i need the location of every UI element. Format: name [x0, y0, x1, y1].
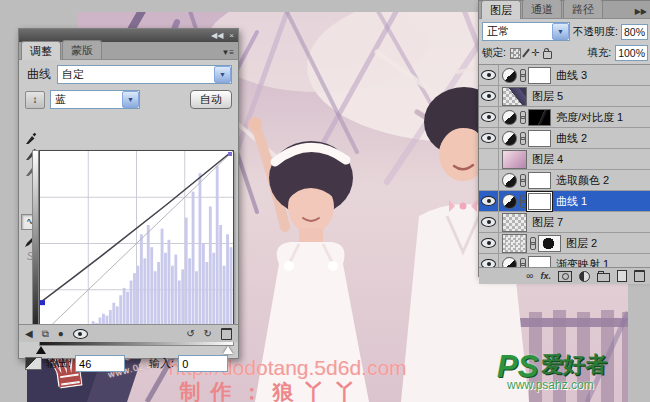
delete-adjustment-icon[interactable] [221, 328, 232, 340]
visibility-toggle[interactable] [479, 149, 499, 169]
layer-row[interactable]: 选取颜色 2 [479, 170, 650, 191]
output-input-row: 输出: 输入: [25, 355, 232, 372]
visibility-toggle[interactable] [479, 107, 499, 127]
fill-field[interactable]: 100% [615, 45, 648, 61]
blend-mode-dropdown[interactable]: 正常 ▼ [482, 22, 570, 41]
layer-row[interactable]: 渐变映射 1 [479, 254, 650, 267]
layer-row[interactable]: 图层 4 [479, 149, 650, 170]
layer-thumbnail[interactable] [502, 234, 527, 253]
eye-icon [481, 133, 496, 143]
tab-channels[interactable]: 通道 [522, 0, 562, 18]
expanded-view-icon[interactable]: ⧉ [42, 329, 49, 339]
visibility-toggle[interactable] [479, 65, 499, 85]
collapse-panel-icon[interactable]: ◀◀ [211, 32, 223, 40]
layer-thumbnail[interactable] [502, 87, 527, 106]
layer-name[interactable]: 曲线 3 [556, 68, 587, 83]
histogram-toggle-icon[interactable] [25, 357, 42, 370]
input-field[interactable] [178, 355, 228, 372]
panel-menu-icon[interactable]: ▼≡ [221, 48, 238, 59]
layer-name[interactable]: 图层 4 [532, 152, 563, 167]
close-panel-icon[interactable]: × [229, 32, 234, 40]
lock-row: 锁定: ✛ 填充: 100% [479, 43, 650, 65]
chevron-down-icon[interactable]: ▼ [122, 91, 139, 108]
new-adjustment-layer-icon[interactable] [579, 271, 590, 282]
toggle-visibility-icon[interactable] [73, 329, 88, 339]
layer-thumbnail[interactable] [502, 150, 527, 169]
lock-pixels-icon[interactable] [522, 48, 530, 57]
visibility-toggle[interactable] [479, 170, 499, 190]
layer-row[interactable]: 亮度/对比度 1 [479, 107, 650, 128]
curves-grid[interactable] [39, 150, 234, 337]
targeted-adjustment-tool[interactable]: ↕ [25, 91, 45, 109]
adjustment-layer-icon [502, 173, 517, 188]
layer-name[interactable]: 图层 5 [532, 89, 563, 104]
psahz-logo-cn: 爱好者 [541, 350, 607, 380]
link-mask-icon [529, 237, 536, 249]
lock-position-icon[interactable]: ✛ [531, 48, 539, 58]
adjustment-layer-icon [502, 68, 517, 83]
visibility-toggle[interactable] [479, 128, 499, 148]
visibility-toggle[interactable] [479, 233, 499, 253]
link-mask-icon [519, 258, 526, 267]
adjustment-layer-icon [502, 194, 517, 209]
curves-preset-dropdown[interactable]: 自定 ▼ [57, 65, 232, 84]
layer-row[interactable]: 曲线 3 [479, 65, 650, 86]
new-group-icon[interactable] [597, 273, 610, 282]
visibility-toggle[interactable] [479, 212, 499, 232]
chevron-down-icon[interactable]: ▼ [214, 66, 231, 83]
layer-name[interactable]: 图层 2 [566, 236, 597, 251]
layer-mask-thumbnail[interactable] [528, 130, 551, 147]
layer-name[interactable]: 图层 7 [532, 215, 563, 230]
opacity-label: 不透明度: [573, 25, 618, 39]
channel-dropdown[interactable]: 蓝 ▼ [50, 90, 140, 109]
layer-row[interactable]: 图层 7 [479, 212, 650, 233]
tab-layers[interactable]: 图层 [481, 0, 521, 19]
layer-mask-thumbnail[interactable] [528, 109, 551, 126]
black-point-eyedropper-icon[interactable] [24, 132, 37, 145]
tab-paths[interactable]: 路径 [563, 0, 603, 18]
layer-row[interactable]: 图层 2 [479, 233, 650, 254]
link-layers-icon[interactable]: ∞ [526, 271, 533, 281]
view-previous-state-icon[interactable]: ↺ [186, 329, 194, 339]
return-arrow-icon[interactable]: ◀ [25, 329, 33, 339]
visibility-toggle[interactable] [479, 86, 499, 106]
opacity-field[interactable]: 80% [621, 24, 648, 40]
layer-name[interactable]: 曲线 2 [556, 131, 587, 146]
layer-row[interactable]: 图层 5 [479, 86, 650, 107]
layer-mask-thumbnail[interactable] [528, 256, 551, 268]
new-layer-icon[interactable] [617, 270, 627, 282]
lock-all-icon[interactable] [543, 51, 552, 59]
layer-name[interactable]: 曲线 1 [556, 194, 587, 209]
add-mask-icon[interactable] [558, 271, 572, 282]
highlight-input-slider[interactable] [223, 346, 233, 354]
psahz-logo-ps: PS [497, 355, 538, 380]
link-mask-icon [519, 195, 526, 207]
tab-masks[interactable]: 蒙版 [62, 40, 102, 59]
reset-adjustment-icon[interactable]: ↻ [204, 329, 212, 339]
layer-name[interactable]: 亮度/对比度 1 [556, 110, 623, 125]
output-field[interactable] [75, 355, 125, 372]
collapse-panel-icon[interactable]: ▶▶ [635, 7, 650, 18]
clip-to-layer-icon[interactable]: ● [58, 329, 64, 339]
layer-name[interactable]: 渐变映射 1 [556, 257, 609, 268]
visibility-toggle[interactable] [479, 191, 499, 211]
layer-name[interactable]: 选取颜色 2 [556, 173, 609, 188]
auto-button[interactable]: 自动 [190, 90, 232, 109]
layer-row[interactable]: 曲线 2 [479, 128, 650, 149]
layer-thumbnail[interactable] [502, 213, 527, 232]
eye-icon [481, 217, 496, 227]
lock-transparency-icon[interactable] [510, 48, 521, 59]
visibility-toggle[interactable] [479, 254, 499, 267]
layer-mask-thumbnail[interactable] [528, 172, 551, 189]
layers-list: 曲线 3 图层 5 亮度/对比度 1 曲线 2 图层 4 选取颜色 2 [479, 65, 650, 267]
chevron-down-icon[interactable]: ▼ [552, 23, 569, 40]
curves-preset-value: 自定 [58, 67, 214, 82]
delete-layer-icon[interactable] [634, 270, 645, 282]
layer-mask-thumbnail[interactable] [538, 235, 561, 252]
layer-row-selected[interactable]: 曲线 1 [479, 191, 650, 212]
layer-mask-thumbnail[interactable] [528, 67, 551, 84]
layer-mask-thumbnail[interactable] [528, 193, 551, 210]
layer-style-icon[interactable]: fx. [540, 271, 551, 281]
tab-adjustments[interactable]: 调整 [21, 41, 61, 60]
shadow-input-slider[interactable] [36, 346, 46, 354]
